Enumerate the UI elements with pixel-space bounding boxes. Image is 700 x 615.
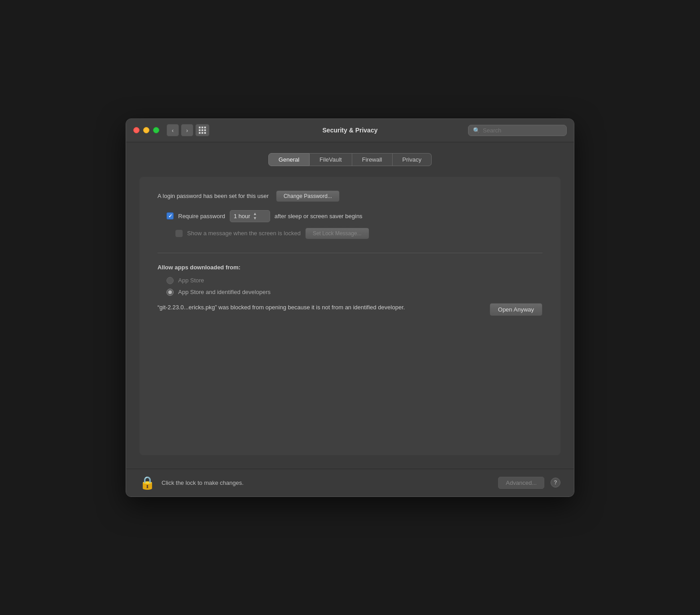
app-store-label: App Store — [178, 277, 204, 284]
allow-apps-title: Allow apps downloaded from: — [158, 264, 542, 271]
lock-message-checkbox[interactable] — [175, 230, 183, 237]
lock-message-row: Show a message when the screen is locked… — [175, 228, 542, 239]
tab-privacy[interactable]: Privacy — [393, 153, 432, 166]
nav-buttons: ‹ › — [166, 124, 193, 136]
open-anyway-button[interactable]: Open Anyway — [490, 303, 542, 316]
grid-view-button[interactable] — [195, 124, 210, 136]
advanced-button[interactable]: Advanced... — [498, 477, 544, 489]
tab-general[interactable]: General — [268, 153, 310, 166]
maximize-button[interactable] — [153, 127, 159, 133]
forward-icon: › — [186, 127, 188, 134]
forward-button[interactable]: › — [181, 124, 193, 136]
traffic-lights — [133, 127, 159, 133]
blocked-app-text: “git-2.23.0...ericks.pkg” was blocked fr… — [158, 303, 481, 312]
lock-message-label: Show a message when the screen is locked — [187, 230, 301, 237]
require-password-row: ✓ Require password 1 hour ▲ ▼ after slee… — [166, 210, 542, 222]
tab-bar: General FileVault Firewall Privacy — [140, 153, 560, 166]
search-icon: 🔍 — [473, 127, 480, 134]
close-button[interactable] — [133, 127, 140, 133]
stepper-arrows: ▲ ▼ — [253, 212, 257, 220]
section-divider — [158, 253, 542, 253]
require-password-checkbox[interactable]: ✓ — [166, 212, 174, 220]
require-password-label: Require password — [178, 213, 225, 220]
grid-icon — [199, 127, 206, 134]
app-store-radio-row: App Store — [166, 277, 542, 284]
set-lock-message-button[interactable]: Set Lock Message... — [305, 228, 369, 239]
app-store-radio[interactable] — [166, 277, 174, 284]
search-box[interactable]: 🔍 — [468, 125, 567, 136]
app-store-dev-radio-row: App Store and identified developers — [166, 289, 542, 296]
help-icon: ? — [554, 479, 557, 486]
password-label: A login password has been set for this u… — [158, 193, 269, 199]
tab-firewall[interactable]: Firewall — [352, 153, 393, 166]
lock-icon[interactable]: 🔒 — [140, 475, 155, 490]
search-input[interactable] — [483, 127, 562, 134]
back-button[interactable]: ‹ — [166, 124, 179, 136]
blocked-app-row: “git-2.23.0...ericks.pkg” was blocked fr… — [158, 303, 542, 316]
password-row: A login password has been set for this u… — [158, 190, 542, 202]
change-password-button[interactable]: Change Password... — [276, 190, 340, 202]
hour-value: 1 hour — [234, 213, 250, 220]
minimize-button[interactable] — [143, 127, 149, 133]
app-store-dev-label: App Store and identified developers — [178, 289, 271, 295]
bottom-bar: 🔒 Click the lock to make changes. Advanc… — [126, 469, 574, 496]
titlebar: ‹ › Security & Privacy 🔍 — [126, 119, 574, 142]
checkmark-icon: ✓ — [168, 214, 172, 219]
main-window: ‹ › Security & Privacy 🔍 General — [126, 119, 574, 497]
help-button[interactable]: ? — [551, 478, 560, 488]
back-icon: ‹ — [172, 127, 174, 134]
app-store-dev-radio[interactable] — [166, 289, 174, 296]
hour-dropdown[interactable]: 1 hour ▲ ▼ — [230, 210, 270, 222]
lock-text: Click the lock to make changes. — [162, 479, 492, 486]
tab-filevault[interactable]: FileVault — [310, 153, 352, 166]
window-title: Security & Privacy — [323, 127, 378, 134]
settings-panel: A login password has been set for this u… — [140, 177, 560, 455]
after-sleep-label: after sleep or screen saver begins — [275, 213, 363, 220]
content-area: General FileVault Firewall Privacy A log… — [126, 142, 574, 469]
